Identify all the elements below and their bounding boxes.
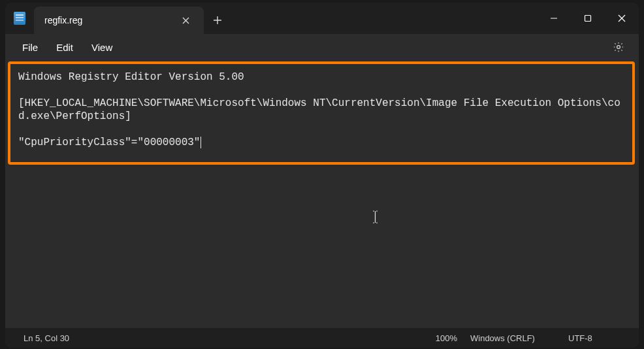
minimize-button[interactable] — [537, 3, 571, 34]
titlebar: regfix.reg — [5, 3, 639, 34]
settings-button[interactable] — [607, 36, 630, 58]
notepad-icon — [14, 12, 25, 25]
menu-file[interactable]: File — [14, 38, 46, 57]
tab-close-button[interactable] — [176, 11, 195, 29]
text-caret — [201, 137, 201, 148]
close-window-button[interactable] — [605, 3, 639, 34]
close-icon — [618, 14, 626, 22]
editor-line-1: Windows Registry Editor Version 5.00 — [18, 71, 244, 83]
new-tab-button[interactable] — [204, 7, 231, 34]
menubar: File Edit View — [5, 34, 639, 60]
editor-line-5: "CpuPriorityClass"="00000003" — [18, 137, 200, 148]
menu-view[interactable]: View — [84, 38, 120, 57]
plus-icon — [213, 16, 222, 25]
menu-edit[interactable]: Edit — [48, 38, 81, 57]
editor-line-3: [HKEY_LOCAL_MACHINE\SOFTWARE\Microsoft\W… — [18, 97, 620, 122]
notepad-window: regfix.reg File Edit View — [5, 3, 639, 348]
svg-rect-0 — [585, 16, 591, 22]
window-controls — [537, 3, 639, 34]
minimize-icon — [550, 14, 558, 22]
app-icon — [5, 3, 34, 34]
mouse-ibeam-cursor — [372, 184, 373, 197]
svg-point-1 — [617, 46, 620, 49]
statusbar: Ln 5, Col 30 100% Windows (CRLF) UTF-8 — [5, 328, 639, 348]
status-zoom[interactable]: 100% — [429, 333, 464, 343]
status-line-ending[interactable]: Windows (CRLF) — [464, 333, 562, 343]
active-tab[interactable]: regfix.reg — [34, 7, 204, 34]
titlebar-drag-area[interactable] — [231, 3, 537, 34]
gear-icon — [613, 41, 624, 53]
maximize-icon — [584, 14, 592, 22]
status-cursor-position[interactable]: Ln 5, Col 30 — [17, 333, 76, 343]
tab-title: regfix.reg — [44, 15, 176, 25]
maximize-button[interactable] — [571, 3, 605, 34]
editor-area: Windows Registry Editor Version 5.00 [HK… — [5, 60, 639, 328]
status-encoding[interactable]: UTF-8 — [562, 333, 627, 343]
close-icon — [182, 17, 189, 24]
text-editor[interactable]: Windows Registry Editor Version 5.00 [HK… — [9, 64, 635, 328]
